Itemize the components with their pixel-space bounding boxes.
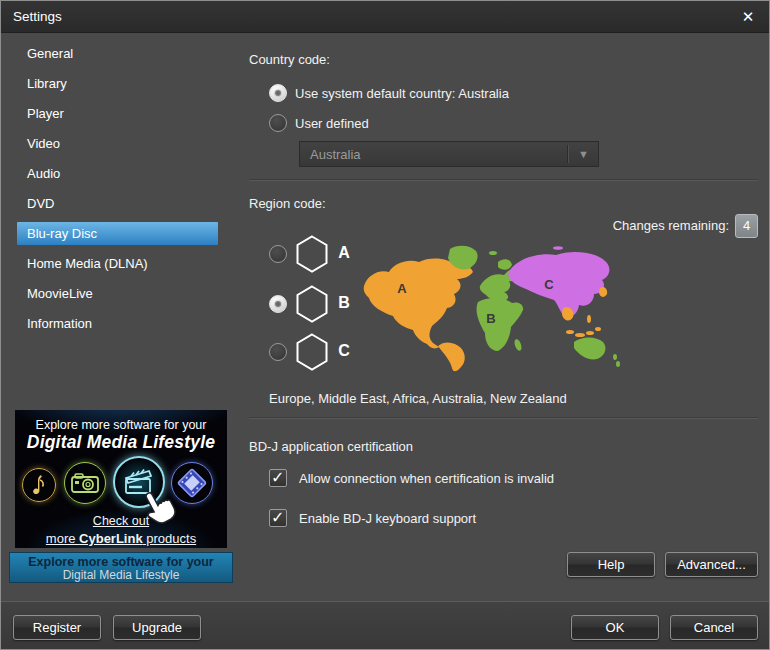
region-c-hexagon-icon[interactable]: C [296,333,328,371]
help-button[interactable]: Help [567,552,655,577]
map-new-zealand [613,354,617,360]
sidebar-item-general[interactable]: General [17,42,218,65]
strip-line2: Digital Media Lifestyle [10,568,232,582]
map-label-b: B [486,311,495,326]
checkbox-bdj-keyboard-label[interactable]: Enable BD-J keyboard support [299,511,476,526]
changes-remaining-badge: 4 [735,214,758,238]
banner-products-link[interactable]: more CyberLink products [15,531,227,546]
register-button[interactable]: Register [13,615,101,640]
advanced-button[interactable]: Advanced... [665,552,758,577]
check-icon: ✓ [271,468,284,487]
radio-user-defined[interactable] [269,114,287,132]
checkbox-allow-connection-label[interactable]: Allow connection when certification is i… [299,471,554,486]
banner-line2: Digital Media Lifestyle [15,432,227,453]
radio-region-c[interactable] [269,343,287,361]
banner-icons [15,452,227,508]
radio-region-b[interactable] [269,295,287,313]
map-madagascar [513,338,523,351]
sidebar-item-library[interactable]: Library [17,72,218,95]
sidebar-item-player[interactable]: Player [17,102,218,125]
map-asia-isle [553,246,563,250]
footer-bar: Register Upgrade OK Cancel [1,601,769,650]
map-japan [599,287,607,297]
changes-remaining-label: Changes remaining: [501,218,729,233]
map-scandinavia [498,259,512,270]
titlebar: Settings ✕ [1,1,769,33]
radio-user-defined-label[interactable]: User defined [295,116,369,131]
check-icon: ✓ [271,508,284,527]
radio-use-system-default-label[interactable]: Use system default country: Australia [295,86,509,101]
map-south-america [438,342,465,371]
radio-region-a[interactable] [269,245,287,263]
radio-use-system-default[interactable] [269,84,287,102]
map-north-america [364,259,473,349]
world-map-region-image: A B C [358,244,622,377]
checkbox-allow-connection[interactable]: ✓ [269,469,287,487]
window-title: Settings [13,9,62,24]
camera-icon [64,462,106,504]
chevron-down-icon: ▼ [578,148,589,160]
sidebar-item-information[interactable]: Information [17,312,218,335]
sidebar-item-audio[interactable]: Audio [17,162,218,185]
region-b-hexagon-icon[interactable]: B [296,285,328,323]
close-icon[interactable]: ✕ [737,6,759,28]
bdj-heading: BD-J application certification [249,439,413,454]
map-australia [574,338,605,360]
region-a-hexagon-icon[interactable]: A [296,235,328,273]
country-dropdown[interactable]: Australia ▼ [299,141,599,167]
sidebar-item-moovielive[interactable]: MoovieLive [17,282,218,305]
checkbox-bdj-keyboard[interactable]: ✓ [269,509,287,527]
sidebar-item-video[interactable]: Video [17,132,218,155]
map-iceland [489,251,497,255]
banner-caption-strip[interactable]: Explore more software for your Digital M… [9,552,233,583]
dropdown-separator [567,145,568,163]
region-description: Europe, Middle East, Africa, Australia, … [269,391,567,406]
cyberlink-banner[interactable]: Explore more software for your Digital M… [15,410,227,548]
music-note-icon [22,468,56,502]
section-divider [249,179,758,181]
country-code-heading: Country code: [249,52,330,67]
settings-dialog: Settings ✕ General Library Player Video … [0,0,770,650]
strip-line1: Explore more software for your [10,555,232,569]
sidebar-item-blu-ray-disc[interactable]: Blu-ray Disc [17,222,218,245]
sidebar-item-dvd[interactable]: DVD [17,192,218,215]
banner-check-out-link[interactable]: Check out [15,514,227,528]
region-code-heading: Region code: [249,196,326,211]
map-label-a: A [397,281,407,296]
country-dropdown-value: Australia [310,147,361,162]
banner-line1: Explore more software for your [15,418,227,432]
ok-button[interactable]: OK [571,615,659,640]
map-asia [508,252,609,317]
section-divider [249,417,758,419]
sidebar-item-home-media-dlna[interactable]: Home Media (DLNA) [17,252,218,275]
map-label-c: C [544,277,554,292]
upgrade-button[interactable]: Upgrade [113,615,201,640]
cancel-button[interactable]: Cancel [670,615,758,640]
